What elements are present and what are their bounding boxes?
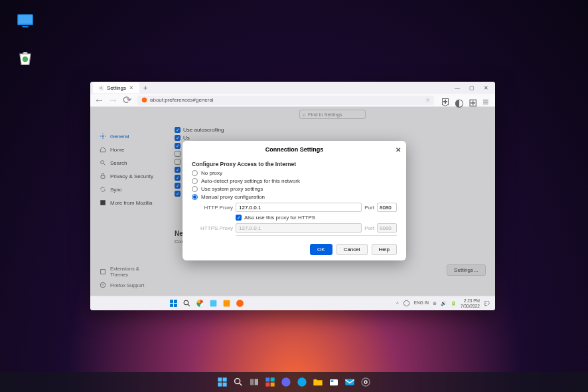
tab-close-button[interactable]: × [129, 85, 134, 90]
sidebar-label: Firefox Support [110, 282, 144, 288]
chrome-tray-icon[interactable] [403, 300, 410, 307]
sidebar-item-search[interactable]: Search [96, 156, 161, 169]
mail-button[interactable] [344, 376, 356, 388]
svg-rect-20 [210, 300, 217, 307]
monitor-icon [16, 12, 35, 31]
tab-settings[interactable]: Settings × [93, 82, 139, 93]
extensions-icon[interactable]: ⊞ [469, 96, 476, 104]
http-proxy-input[interactable] [236, 203, 362, 212]
volume-icon[interactable]: 🔊 [441, 301, 447, 306]
radio-auto-detect[interactable]: Auto-detect proxy settings for this netw… [192, 178, 397, 184]
widgets-button[interactable] [264, 376, 276, 388]
dialog-close-button[interactable]: ✕ [396, 146, 401, 153]
inner-taskbar: ^ ENG IN ⊚ 🔊 🔋 2:23 PM 7/30/2022 💬 [90, 296, 495, 310]
reload-button[interactable]: ⟳ [123, 96, 131, 104]
checkbox-icon: ✓ [175, 127, 181, 133]
svg-point-5 [142, 98, 147, 103]
chat-button[interactable] [280, 376, 292, 388]
sidebar-label: Search [110, 160, 127, 166]
wifi-icon[interactable]: ⊚ [433, 301, 437, 306]
svg-rect-33 [265, 383, 269, 387]
window-minimize-button[interactable]: — [455, 85, 460, 91]
svg-rect-38 [331, 380, 333, 382]
svg-rect-29 [250, 379, 254, 385]
bookmark-star-icon[interactable]: ☆ [425, 97, 430, 103]
browser-toolbar: ← → ⟳ about:preferences#general ☆ ⛨ ◐ ⊞ … [90, 94, 495, 107]
dialog-title: Connection Settings ✕ [183, 141, 406, 158]
app-icon[interactable] [209, 299, 218, 308]
svg-rect-10 [101, 270, 106, 274]
forward-button[interactable]: → [110, 96, 117, 104]
find-in-settings-input[interactable]: ⌕ Find in Settings [299, 110, 366, 119]
windows-start-icon[interactable] [169, 299, 178, 308]
ok-button[interactable]: OK [310, 244, 332, 255]
https-proxy-input [236, 223, 362, 233]
svg-point-3 [23, 56, 28, 62]
sidebar-item-sync[interactable]: Sync [96, 183, 161, 196]
sidebar-label: General [110, 134, 129, 140]
sidebar-extensions-themes[interactable]: Extensions & Themes [96, 264, 161, 280]
sidebar-label: Home [110, 147, 124, 153]
sidebar-item-privacy[interactable]: Privacy & Security [96, 169, 161, 183]
search-icon[interactable] [183, 299, 191, 308]
app-icon[interactable] [222, 299, 231, 308]
file-explorer-button[interactable] [312, 376, 324, 388]
svg-rect-9 [100, 200, 106, 205]
sidebar-item-more-mozilla[interactable]: More from Mozilla [96, 196, 161, 209]
task-view-button[interactable] [248, 376, 260, 388]
sidebar-label: Sync [110, 187, 122, 193]
account-icon[interactable]: ◐ [455, 96, 462, 104]
help-button[interactable]: Help [372, 244, 397, 255]
https-port-input [377, 223, 397, 233]
svg-rect-16 [174, 304, 177, 307]
window-close-button[interactable]: ✕ [484, 85, 488, 91]
tab-title: Settings [107, 85, 126, 91]
svg-rect-32 [271, 377, 275, 381]
sidebar-item-home[interactable]: Home [96, 143, 161, 156]
desktop-icon-this-pc[interactable] [12, 12, 38, 31]
checkbox-row[interactable]: ✓Us [175, 135, 487, 141]
notifications-icon[interactable]: 💬 [484, 301, 490, 306]
checkbox-icon [175, 151, 181, 157]
checkbox-icon: ✓ [175, 175, 181, 181]
start-button[interactable] [216, 376, 228, 388]
radio-manual-proxy[interactable]: Manual proxy configuration [192, 194, 397, 200]
window-maximize-button[interactable]: ▢ [469, 85, 475, 91]
new-tab-button[interactable]: + [143, 84, 147, 92]
clock[interactable]: 2:23 PM 7/30/2022 [461, 298, 480, 308]
proxy-heading: Configure Proxy Access to the Internet [192, 161, 397, 167]
settings-button[interactable] [360, 376, 372, 388]
tray-chevron-icon[interactable]: ^ [396, 301, 398, 306]
http-port-input[interactable] [377, 203, 397, 212]
edge-button[interactable] [296, 376, 308, 388]
checkbox-icon: ✓ [175, 135, 181, 141]
firefox-icon[interactable] [236, 299, 244, 308]
shield-icon[interactable]: ⛨ [441, 96, 448, 104]
cancel-button[interactable]: Cancel [336, 244, 368, 255]
app-menu-button[interactable]: ≡ [482, 96, 490, 104]
also-use-https-checkbox[interactable]: ✓ Also use this proxy for HTTPS [236, 215, 397, 221]
radio-system-proxy[interactable]: Use system proxy settings [192, 186, 397, 192]
svg-point-36 [297, 377, 306, 386]
desktop-icon-recycle-bin[interactable] [12, 49, 38, 68]
tab-bar: Settings × + — ▢ ✕ [90, 82, 495, 94]
sidebar-firefox-support[interactable]: ? Firefox Support [96, 280, 161, 290]
network-settings-button[interactable]: Settings… [447, 264, 486, 276]
store-button[interactable] [328, 376, 340, 388]
radio-no-proxy[interactable]: No proxy [192, 170, 397, 176]
taskbar-search-button[interactable] [232, 376, 244, 388]
radio-icon [192, 186, 198, 192]
back-button[interactable]: ← [96, 96, 103, 104]
radio-icon [192, 178, 198, 184]
svg-point-23 [404, 300, 409, 306]
gear-icon [98, 85, 104, 91]
language-indicator[interactable]: ENG IN [414, 301, 429, 306]
settings-sidebar: General Home Search Privacy & Security S… [90, 107, 167, 296]
battery-icon[interactable]: 🔋 [451, 301, 457, 306]
svg-rect-27 [223, 383, 227, 387]
home-icon [100, 146, 106, 153]
checkbox-autoscrolling[interactable]: ✓Use autoscrolling [175, 127, 487, 133]
chrome-icon[interactable] [196, 299, 204, 308]
url-bar[interactable]: about:preferences#general ☆ [137, 96, 434, 105]
sidebar-item-general[interactable]: General [96, 130, 161, 143]
